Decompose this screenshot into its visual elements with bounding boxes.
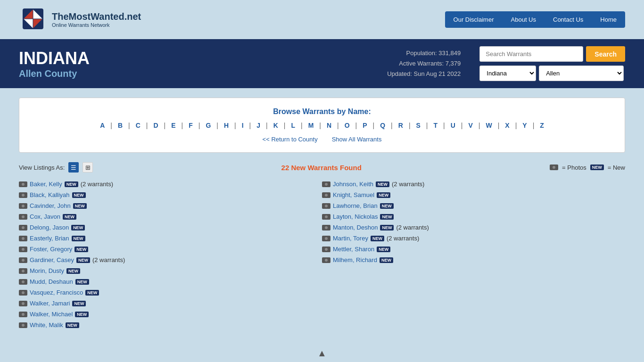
person-link[interactable]: Cavinder, John <box>30 202 71 209</box>
list-item: Manton, DeshonNEW (2 warrants) <box>322 222 625 232</box>
alpha-X[interactable]: X <box>505 122 509 129</box>
alpha-R[interactable]: R <box>398 122 403 129</box>
list-item: Mudd, DeshaunNEW <box>19 277 322 287</box>
alphabet-row: A|B|C|D|E|F|G|H|I|J|K|L|M|N|O|P|Q|R|S|T|… <box>29 122 615 129</box>
person-link[interactable]: Johnson, Keith <box>333 181 373 188</box>
list-item: Easterly, BrianNEW <box>19 233 322 243</box>
person-link[interactable]: Easterly, Brian <box>30 235 69 242</box>
alpha-I[interactable]: I <box>242 122 244 129</box>
alpha-E[interactable]: E <box>171 122 175 129</box>
alpha-Y[interactable]: Y <box>522 122 527 129</box>
new-badge: NEW <box>73 203 87 209</box>
person-link[interactable]: Cox, Javon <box>30 213 60 220</box>
camera-icon <box>19 279 27 285</box>
search-area: Search Indiana Allen <box>479 46 625 81</box>
alpha-separator: | <box>515 122 517 129</box>
site-tagline: Online Warrants Network <box>52 22 141 28</box>
new-badge: NEW <box>380 203 394 209</box>
list-item: Delong, JasonNEW <box>19 222 322 232</box>
person-link[interactable]: Vasquez, Francisco <box>30 289 83 296</box>
person-link[interactable]: Layton, Nickolas <box>333 213 378 220</box>
person-link[interactable]: Martin, Torey <box>333 235 368 242</box>
alpha-U[interactable]: U <box>451 122 455 129</box>
person-link[interactable]: Mudd, Deshaun <box>30 278 73 285</box>
alpha-S[interactable]: S <box>416 122 421 129</box>
browse-title: Browse Warrants by Name: <box>29 107 615 116</box>
list-item: Walker, JamariNEW <box>19 298 322 308</box>
alpha-B[interactable]: B <box>118 122 123 129</box>
alpha-K[interactable]: K <box>273 122 278 129</box>
alpha-F[interactable]: F <box>189 122 193 129</box>
person-link[interactable]: Baker, Kelly <box>30 181 62 188</box>
alpha-A[interactable]: A <box>100 122 105 129</box>
person-link[interactable]: Walker, Jamari <box>30 300 70 307</box>
alpha-Q[interactable]: Q <box>380 122 385 129</box>
alpha-separator: | <box>337 122 339 129</box>
alpha-P[interactable]: P <box>363 122 367 129</box>
person-link[interactable]: Lawhorne, Brian <box>333 202 378 209</box>
alpha-separator: | <box>234 122 236 129</box>
alpha-W[interactable]: W <box>486 122 492 129</box>
list-item: Black, KalliyahNEW <box>19 190 322 200</box>
logo-area: TheMostWanted.net Online Warrants Networ… <box>19 5 141 34</box>
list-view-icon[interactable]: ☰ <box>68 162 79 173</box>
nav-home[interactable]: Home <box>592 11 625 28</box>
person-link[interactable]: White, Malik <box>30 321 63 329</box>
state-select[interactable]: Indiana <box>479 66 536 81</box>
alpha-D[interactable]: D <box>153 122 158 129</box>
alpha-G[interactable]: G <box>206 122 211 129</box>
nav-contact[interactable]: Contact Us <box>545 11 592 28</box>
camera-icon <box>19 236 27 241</box>
new-badge: NEW <box>75 312 89 317</box>
logo-text: TheMostWanted.net Online Warrants Networ… <box>52 11 141 28</box>
alpha-C[interactable]: C <box>136 122 140 129</box>
camera-icon <box>322 181 330 187</box>
warrant-count: (2 warrants) <box>392 181 424 188</box>
camera-icon <box>19 214 27 220</box>
search-button[interactable]: Search <box>586 46 625 62</box>
new-badge: NEW <box>66 268 80 274</box>
alpha-L[interactable]: L <box>291 122 295 129</box>
alpha-separator: | <box>249 122 251 129</box>
alpha-T[interactable]: T <box>434 122 438 129</box>
alpha-H[interactable]: H <box>224 122 229 129</box>
alpha-separator: | <box>443 122 445 129</box>
person-link[interactable]: Morin, Dusty <box>30 267 64 274</box>
list-item: Mettler, SharonNEW <box>322 244 625 254</box>
person-link[interactable]: Gardiner, Casey <box>30 256 74 263</box>
alpha-Z[interactable]: Z <box>540 122 544 129</box>
warrant-count: (2 warrants) <box>396 224 429 231</box>
list-item: Foster, GregoryNEW <box>19 244 322 254</box>
search-input[interactable] <box>479 46 583 62</box>
alpha-J[interactable]: J <box>256 122 260 129</box>
person-link[interactable]: Knight, Samuel <box>333 191 374 198</box>
person-link[interactable]: Mettler, Sharon <box>333 246 374 253</box>
person-link[interactable]: Delong, Jason <box>30 224 69 231</box>
new-badge: NEW <box>380 214 394 220</box>
scroll-arrow: ▲ <box>317 348 327 358</box>
alpha-V[interactable]: V <box>468 122 472 129</box>
alpha-N[interactable]: N <box>327 122 331 129</box>
main-content: Browse Warrants by Name: A|B|C|D|E|F|G|H… <box>0 88 644 339</box>
alpha-M[interactable]: M <box>308 122 314 129</box>
alpha-separator: | <box>110 122 112 129</box>
nav-disclaimer[interactable]: Our Disclaimer <box>445 11 503 28</box>
nav-about[interactable]: About Us <box>503 11 545 28</box>
person-link[interactable]: Black, Kalliyah <box>30 191 70 198</box>
new-badge: NEW <box>72 236 85 241</box>
person-link[interactable]: Manton, Deshon <box>333 224 378 231</box>
grid-view-icon[interactable]: ⊞ <box>83 162 93 173</box>
county-select[interactable]: Allen <box>539 66 624 81</box>
person-link[interactable]: Milhem, Richard <box>333 256 377 263</box>
alpha-separator: | <box>355 122 357 129</box>
return-to-county-link[interactable]: << Return to County <box>263 136 318 143</box>
person-link[interactable]: Foster, Gregory <box>30 246 72 253</box>
right-column: Johnson, KeithNEW (2 warrants)Knight, Sa… <box>322 179 625 330</box>
show-all-warrants-link[interactable]: Show All Warrants <box>332 136 382 143</box>
list-item: Gardiner, CaseyNEW (2 warrants) <box>19 255 322 265</box>
person-link[interactable]: Walker, Michael <box>30 311 73 318</box>
alpha-separator: | <box>284 122 286 129</box>
alpha-O[interactable]: O <box>345 122 350 129</box>
camera-icon <box>322 203 330 209</box>
alpha-separator: | <box>409 122 411 129</box>
